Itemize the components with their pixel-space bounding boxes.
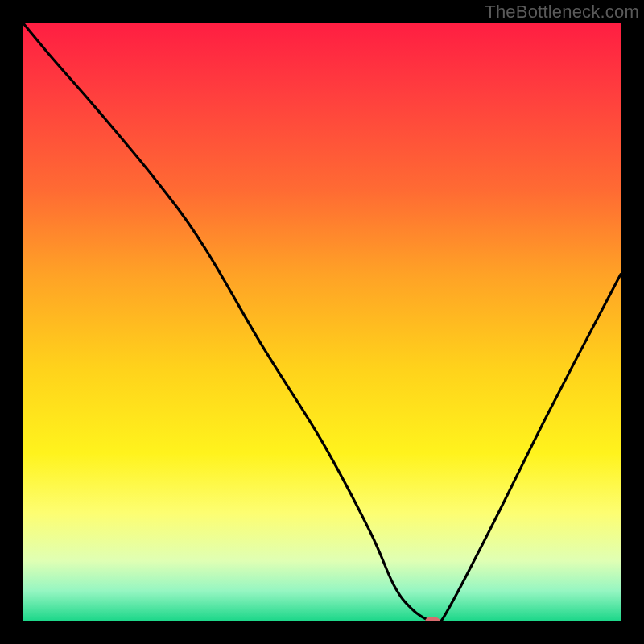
plot-area	[23, 23, 621, 621]
watermark-text: TheBottleneck.com	[485, 2, 639, 23]
chart-svg	[23, 23, 621, 621]
gradient-background	[23, 23, 621, 621]
chart-container: TheBottleneck.com	[0, 0, 644, 644]
